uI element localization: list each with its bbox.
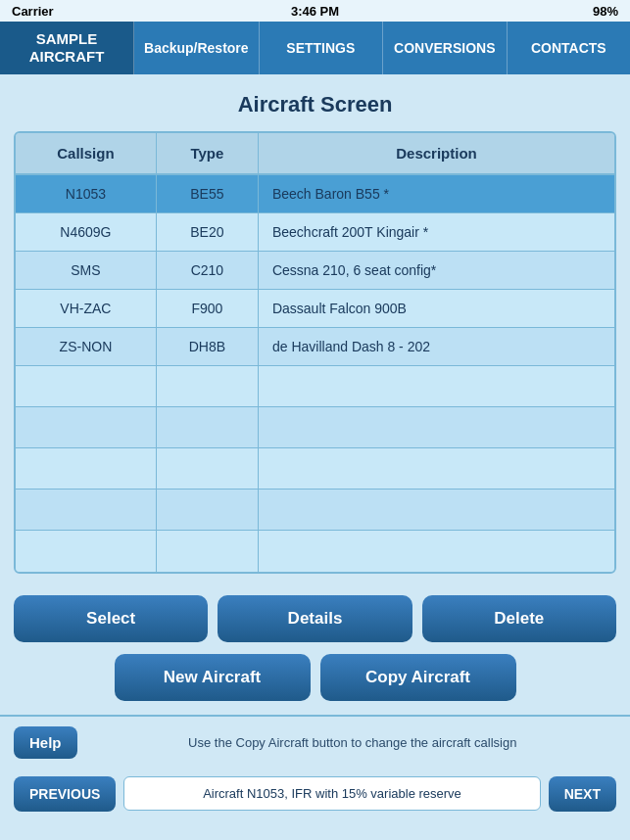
status-bar: Carrier 3:46 PM 98%	[0, 0, 630, 22]
cell-callsign: N1053	[16, 174, 156, 213]
action-buttons-row1: Select Details Delete	[0, 585, 630, 650]
previous-button[interactable]: PREVIOUS	[14, 776, 116, 812]
cell-empty	[156, 531, 258, 572]
cell-empty	[16, 407, 156, 448]
cell-description: Beechcraft 200T Kingair *	[258, 213, 614, 252]
new-aircraft-button[interactable]: New Aircraft	[115, 654, 311, 701]
page-title-bar: Aircraft Screen	[0, 74, 630, 131]
cell-empty	[258, 407, 614, 448]
cell-type: DH8B	[156, 328, 258, 366]
cell-empty	[258, 448, 614, 490]
col-type: Type	[156, 133, 258, 174]
cell-type: BE20	[156, 213, 258, 252]
cell-description: de Havilland Dash 8 - 202	[258, 328, 614, 366]
cell-empty	[16, 531, 156, 572]
aircraft-table: Callsign Type Description N1053BE55Beech…	[16, 133, 614, 572]
table-row[interactable]: ZS-NONDH8Bde Havilland Dash 8 - 202	[16, 328, 614, 366]
help-bar: Help Use the Copy Aircraft button to cha…	[0, 715, 630, 769]
cell-empty	[258, 490, 614, 531]
table-row[interactable]: N1053BE55Beech Baron B55 *	[16, 174, 614, 213]
cell-callsign: SMS	[16, 252, 156, 290]
details-button[interactable]: Details	[218, 595, 412, 642]
table-row-empty	[16, 366, 614, 407]
next-button[interactable]: NEXT	[549, 776, 616, 812]
cell-description: Cessna 210, 6 seat config*	[258, 252, 614, 290]
cell-description: Beech Baron B55 *	[258, 174, 614, 213]
cell-type: C210	[156, 252, 258, 290]
nav-backup-restore[interactable]: Backup/Restore	[134, 22, 260, 74]
help-button[interactable]: Help	[14, 726, 77, 759]
table-row[interactable]: N4609GBE20Beechcraft 200T Kingair *	[16, 213, 614, 252]
action-buttons-row2: New Aircraft Copy Aircraft	[0, 650, 630, 711]
status-text: Aircraft N1053, IFR with 15% variable re…	[123, 776, 540, 811]
nav-conversions[interactable]: CONVERSIONS	[383, 22, 507, 74]
cell-empty	[156, 407, 258, 448]
top-nav: SAMPLE AIRCRAFT Backup/Restore SETTINGS …	[0, 22, 630, 74]
nav-contacts[interactable]: CONTACTS	[508, 22, 630, 74]
cell-empty	[16, 366, 156, 407]
cell-empty	[16, 448, 156, 490]
table-row-empty	[16, 490, 614, 531]
copy-aircraft-button[interactable]: Copy Aircraft	[320, 654, 516, 701]
cell-empty	[156, 490, 258, 531]
cell-callsign: N4609G	[16, 213, 156, 252]
battery-label: 98%	[593, 4, 618, 19]
nav-settings[interactable]: SETTINGS	[260, 22, 383, 74]
col-callsign: Callsign	[16, 133, 156, 174]
nav-brand[interactable]: SAMPLE AIRCRAFT	[0, 22, 134, 74]
delete-button[interactable]: Delete	[422, 595, 616, 642]
cell-empty	[258, 366, 614, 407]
select-button[interactable]: Select	[14, 595, 208, 642]
table-row-empty	[16, 448, 614, 490]
cell-empty	[156, 366, 258, 407]
cell-empty	[258, 531, 614, 572]
cell-empty	[16, 490, 156, 531]
time-label: 3:46 PM	[291, 4, 339, 19]
help-text: Use the Copy Aircraft button to change t…	[89, 735, 616, 750]
table-row-empty	[16, 407, 614, 448]
bottom-nav: PREVIOUS Aircraft N1053, IFR with 15% va…	[0, 769, 630, 823]
page-title: Aircraft Screen	[0, 92, 630, 117]
table-row[interactable]: VH-ZACF900Dassault Falcon 900B	[16, 290, 614, 328]
cell-type: F900	[156, 290, 258, 328]
table-header-row: Callsign Type Description	[16, 133, 614, 174]
table-row[interactable]: SMSC210Cessna 210, 6 seat config*	[16, 252, 614, 290]
cell-type: BE55	[156, 174, 258, 213]
col-description: Description	[258, 133, 614, 174]
carrier-label: Carrier	[12, 4, 54, 19]
cell-callsign: VH-ZAC	[16, 290, 156, 328]
aircraft-table-container: Callsign Type Description N1053BE55Beech…	[14, 131, 616, 574]
cell-empty	[156, 448, 258, 490]
cell-callsign: ZS-NON	[16, 328, 156, 366]
cell-description: Dassault Falcon 900B	[258, 290, 614, 328]
table-row-empty	[16, 531, 614, 572]
